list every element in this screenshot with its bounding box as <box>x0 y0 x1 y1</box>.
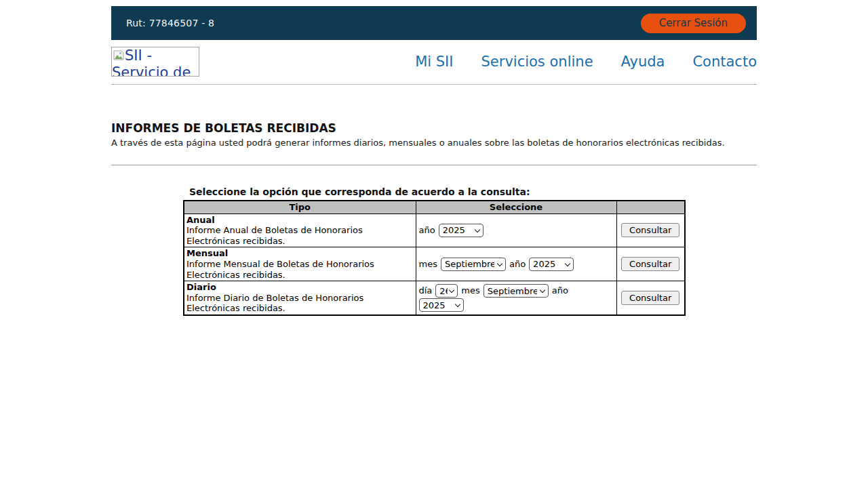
diario-day-select[interactable]: 26 <box>435 284 458 298</box>
table-instruction: Seleccione la opción que corresponda de … <box>189 186 757 197</box>
anual-description: Informe Anual de Boletas de Honorarios E… <box>186 225 363 246</box>
sii-logo-broken-image[interactable]: SII - Servicio de <box>111 47 199 77</box>
column-header-tipo: Tipo <box>184 201 416 214</box>
anual-year-select[interactable]: 2025 <box>439 224 484 237</box>
page-title: INFORMES DE BOLETAS RECIBIDAS <box>111 121 757 135</box>
diario-year-select[interactable]: 2025 <box>419 298 464 312</box>
diario-select-cell: día 26 mes Septiembre año 2025 <box>416 281 616 316</box>
mensual-year-select[interactable]: 2025 <box>529 258 574 271</box>
anual-action-cell: Consultar <box>616 214 685 247</box>
diario-action-cell: Consultar <box>616 281 685 316</box>
diario-title: Diario <box>186 282 216 292</box>
consultar-diario-button[interactable]: Consultar <box>621 291 679 305</box>
diario-month-select[interactable]: Septiembre <box>484 284 549 298</box>
column-header-accion <box>616 201 685 214</box>
diario-day-label: día <box>419 285 433 296</box>
nav-ayuda[interactable]: Ayuda <box>621 54 665 70</box>
anual-year-label: año <box>419 225 435 236</box>
mensual-title: Mensual <box>186 248 228 258</box>
mensual-year-label: año <box>509 259 526 270</box>
table-row-diario: Diario Informe Diario de Boletas de Hono… <box>184 281 685 316</box>
page-container: Rut: 77846507 - 8 Cerrar Sesión SII - Se… <box>111 6 757 316</box>
anual-title: Anual <box>186 215 215 225</box>
diario-year-label: año <box>552 285 568 296</box>
table-row-anual: Anual Informe Anual de Boletas de Honora… <box>184 214 685 247</box>
diario-description: Informe Diario de Boletas de Honorarios … <box>186 293 363 314</box>
mensual-month-label: mes <box>419 259 437 270</box>
mensual-tipo-cell: Mensual Informe Mensual de Boletas de Ho… <box>184 247 416 281</box>
table-header-row: Tipo Seleccione <box>184 201 685 214</box>
nav-mi-sii[interactable]: Mi SII <box>415 54 453 70</box>
session-bar: Rut: 77846507 - 8 Cerrar Sesión <box>111 6 757 40</box>
table-row-mensual: Mensual Informe Mensual de Boletas de Ho… <box>184 247 685 281</box>
anual-tipo-cell: Anual Informe Anual de Boletas de Honora… <box>184 214 416 247</box>
mensual-description: Informe Mensual de Boletas de Honorarios… <box>186 259 374 280</box>
column-header-seleccione: Seleccione <box>416 201 616 214</box>
header-divider <box>111 84 757 85</box>
main-nav: Mi SII Servicios online Ayuda Contacto <box>415 54 757 70</box>
broken-image-icon <box>113 47 124 64</box>
nav-contacto[interactable]: Contacto <box>692 54 757 70</box>
nav-servicios-online[interactable]: Servicios online <box>481 54 593 70</box>
logout-button[interactable]: Cerrar Sesión <box>641 14 746 33</box>
diario-tipo-cell: Diario Informe Diario de Boletas de Hono… <box>184 281 416 316</box>
diario-month-label: mes <box>461 285 479 296</box>
consulta-table: Tipo Seleccione Anual Informe Anual de B… <box>183 200 686 316</box>
anual-select-cell: año 2025 <box>416 214 616 247</box>
section-divider <box>111 165 757 165</box>
mensual-action-cell: Consultar <box>616 247 685 281</box>
mensual-month-select[interactable]: Septiembre <box>441 258 506 271</box>
rut-label: Rut: 77846507 - 8 <box>126 18 214 28</box>
mensual-select-cell: mes Septiembre año 2025 <box>416 247 616 281</box>
header: SII - Servicio de Mi SII Servicios onlin… <box>111 40 757 84</box>
consultar-anual-button[interactable]: Consultar <box>621 223 679 237</box>
consultar-mensual-button[interactable]: Consultar <box>621 257 679 271</box>
page-description: A través de esta página usted podrá gene… <box>111 138 757 148</box>
